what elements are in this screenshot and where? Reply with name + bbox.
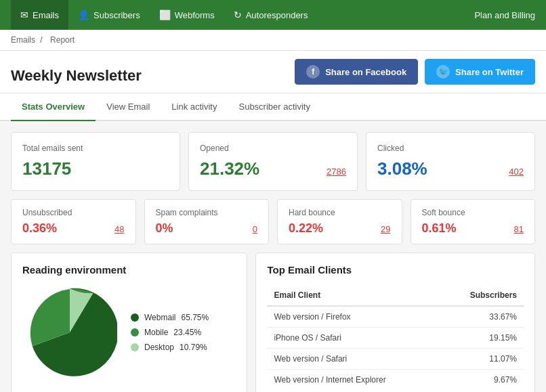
client-name: Web version / Internet Explorer bbox=[267, 370, 440, 391]
bottom-row: Reading environment bbox=[11, 253, 535, 392]
twitter-icon: 🐦 bbox=[436, 65, 450, 79]
webmail-label: Webmail bbox=[144, 313, 175, 322]
top-clients-title: Top Email Clients bbox=[267, 264, 524, 276]
top-clients-card: Top Email Clients Email Client Subscribe… bbox=[255, 253, 535, 392]
autoresponders-icon: ↻ bbox=[234, 9, 242, 20]
tab-link-activity[interactable]: Link activity bbox=[161, 93, 228, 121]
share-twitter-button[interactable]: 🐦 Share on Twitter bbox=[425, 59, 535, 85]
stat-soft-bounce: Soft bounce 0.61% 81 bbox=[411, 199, 536, 244]
stat-hard-bounce-link[interactable]: 29 bbox=[381, 224, 390, 234]
nav-webforms[interactable]: ⬜ Webforms bbox=[150, 0, 224, 30]
desktop-label: Desktop bbox=[144, 343, 174, 352]
desktop-value: 10.79% bbox=[180, 343, 207, 352]
stat-unsubscribed-link[interactable]: 48 bbox=[114, 224, 124, 234]
pie-chart-area: Webmail 65.75% Mobile 23.45% Desktop 10.… bbox=[22, 285, 236, 380]
stat-total-emails: Total emails sent 13175 bbox=[11, 132, 180, 191]
plan-billing-link[interactable]: Plan and Billing bbox=[474, 10, 535, 20]
tab-view-email[interactable]: View Email bbox=[96, 93, 161, 121]
reading-env-title: Reading environment bbox=[22, 264, 236, 276]
stat-hard-bounce: Hard bounce 0.22% 29 bbox=[277, 199, 402, 244]
pie-chart bbox=[22, 285, 117, 380]
page-header: Weekly Newsletter f Share on Facebook 🐦 … bbox=[0, 51, 546, 93]
mobile-label: Mobile bbox=[144, 328, 168, 337]
tabs-bar: Stats Overview View Email Link activity … bbox=[0, 93, 546, 121]
clients-table: Email Client Subscribers Web version / F… bbox=[267, 285, 524, 390]
top-navigation: ✉ Emails 👤 Subscribers ⬜ Webforms ↻ Auto… bbox=[0, 0, 546, 30]
table-row: Web version / Safari 11.07% bbox=[267, 349, 524, 370]
stat-clicked-link[interactable]: 402 bbox=[509, 167, 524, 177]
client-subscribers: 19.15% bbox=[440, 328, 524, 349]
client-name: iPhone OS / Safari bbox=[267, 328, 440, 349]
stat-total-emails-label: Total emails sent bbox=[22, 144, 169, 153]
client-subscribers: 33.67% bbox=[440, 306, 524, 328]
webmail-dot bbox=[131, 313, 139, 322]
table-row: Web version / Internet Explorer 9.67% bbox=[267, 370, 524, 391]
stat-soft-bounce-link[interactable]: 81 bbox=[514, 224, 524, 234]
stat-spam-value: 0% bbox=[156, 221, 173, 236]
stat-spam: Spam complaints 0% 0 bbox=[144, 199, 270, 244]
stat-opened-link[interactable]: 2786 bbox=[327, 167, 346, 177]
stats-row-1: Total emails sent 13175 Opened 21.32% 27… bbox=[11, 132, 535, 191]
breadcrumb: Emails / Report bbox=[0, 30, 546, 51]
main-content: Total emails sent 13175 Opened 21.32% 27… bbox=[0, 121, 546, 392]
facebook-icon: f bbox=[306, 65, 320, 79]
client-subscribers: 9.67% bbox=[440, 370, 524, 391]
webforms-icon: ⬜ bbox=[159, 9, 171, 20]
nav-emails[interactable]: ✉ Emails bbox=[11, 0, 68, 30]
stat-clicked: Clicked 3.08% 402 bbox=[366, 132, 535, 191]
stat-spam-link[interactable]: 0 bbox=[253, 224, 257, 234]
nav-autoresponders[interactable]: ↻ Autoresponders bbox=[224, 0, 318, 30]
stat-unsubscribed: Unsubscribed 0.36% 48 bbox=[11, 199, 136, 244]
tab-subscriber-activity[interactable]: Subscriber activity bbox=[228, 93, 320, 121]
col-subscribers-header: Subscribers bbox=[440, 285, 524, 306]
stat-unsubscribed-label: Unsubscribed bbox=[22, 208, 125, 217]
stat-opened-label: Opened bbox=[200, 144, 346, 153]
stat-clicked-value: 3.08% bbox=[377, 158, 427, 179]
nav-subscribers[interactable]: 👤 Subscribers bbox=[68, 0, 150, 30]
stat-total-emails-value: 13175 bbox=[22, 158, 71, 179]
table-row: Web version / Firefox 33.67% bbox=[267, 306, 524, 328]
breadcrumb-emails[interactable]: Emails bbox=[11, 35, 35, 45]
breadcrumb-separator: / bbox=[40, 35, 42, 45]
webmail-value: 65.75% bbox=[181, 313, 209, 322]
stat-opened-value: 21.32% bbox=[200, 158, 259, 179]
client-name: Web version / Firefox bbox=[267, 306, 440, 328]
subscribers-icon: 👤 bbox=[78, 9, 89, 20]
legend-webmail: Webmail 65.75% bbox=[131, 313, 209, 322]
stat-clicked-label: Clicked bbox=[377, 144, 524, 153]
emails-icon: ✉ bbox=[20, 9, 28, 20]
stats-row-2: Unsubscribed 0.36% 48 Spam complaints 0%… bbox=[11, 199, 535, 244]
col-client-header: Email Client bbox=[267, 285, 440, 306]
stat-soft-bounce-value: 0.61% bbox=[422, 221, 457, 236]
tab-stats-overview[interactable]: Stats Overview bbox=[11, 93, 96, 121]
client-name: Web version / Safari bbox=[267, 349, 440, 370]
pie-legend: Webmail 65.75% Mobile 23.45% Desktop 10.… bbox=[131, 313, 209, 352]
breadcrumb-report: Report bbox=[50, 35, 75, 45]
legend-mobile: Mobile 23.45% bbox=[131, 328, 209, 337]
mobile-dot bbox=[131, 328, 139, 336]
stat-hard-bounce-value: 0.22% bbox=[289, 221, 323, 236]
reading-environment-card: Reading environment bbox=[11, 253, 247, 392]
table-row: iPhone OS / Safari 19.15% bbox=[267, 328, 524, 349]
share-facebook-button[interactable]: f Share on Facebook bbox=[295, 59, 418, 85]
desktop-dot bbox=[131, 343, 139, 351]
share-buttons: f Share on Facebook 🐦 Share on Twitter bbox=[295, 59, 535, 93]
mobile-value: 23.45% bbox=[173, 328, 201, 337]
stat-opened: Opened 21.32% 2786 bbox=[188, 132, 358, 191]
page-title: Weekly Newsletter bbox=[11, 67, 295, 85]
client-subscribers: 11.07% bbox=[440, 349, 524, 370]
stat-hard-bounce-label: Hard bounce bbox=[289, 208, 391, 217]
legend-desktop: Desktop 10.79% bbox=[131, 343, 209, 352]
stat-unsubscribed-value: 0.36% bbox=[22, 221, 57, 236]
stat-soft-bounce-label: Soft bounce bbox=[422, 208, 524, 217]
stat-spam-label: Spam complaints bbox=[156, 208, 258, 217]
